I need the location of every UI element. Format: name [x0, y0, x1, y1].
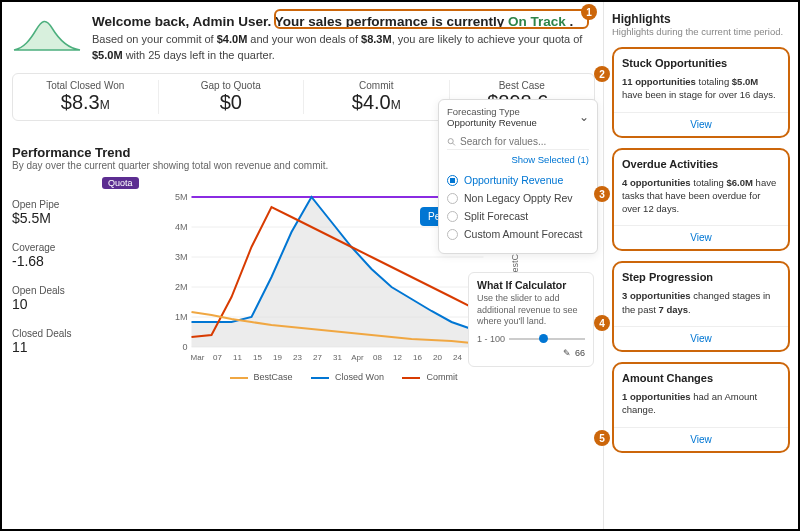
- welcome-header: Welcome back, Admin User. Your sales per…: [12, 12, 595, 63]
- sub-quota: $5.0M: [92, 49, 123, 61]
- card-title: Amount Changes: [622, 372, 780, 384]
- highlights-title: Highlights: [612, 12, 790, 26]
- legend-commit: Commit: [426, 372, 457, 382]
- xtick: 23: [293, 353, 302, 362]
- metric-label: Total Closed Won: [17, 80, 154, 91]
- welcome-sub-2: $5.0M with 25 days left in the quarter.: [92, 48, 582, 64]
- stat-coverage-label: Coverage: [12, 242, 86, 253]
- stat-closed-deals-label: Closed Deals: [12, 328, 86, 339]
- forecast-option-opportunity-revenue[interactable]: Opportunity Revenue: [447, 171, 589, 189]
- metric-label: Gap to Quota: [163, 80, 300, 91]
- card-text: totaling: [691, 177, 727, 188]
- card-step-progression: Step Progression 3 opportunities changed…: [612, 261, 790, 352]
- legend-closedwon: Closed Won: [335, 372, 384, 382]
- xtick: 24: [453, 353, 462, 362]
- sub1a: Based on your commit of: [92, 33, 217, 45]
- xtick: 20: [433, 353, 442, 362]
- card-overdue-activities: Overdue Activities 4 opportunities total…: [612, 148, 790, 252]
- stat-closed-deals-value: 11: [12, 339, 86, 355]
- show-selected-link[interactable]: Show Selected (1): [447, 154, 589, 165]
- annotation-1: 1: [581, 4, 597, 20]
- metric-unit: M: [100, 98, 110, 112]
- view-link[interactable]: View: [614, 427, 788, 451]
- metric-label: Best Case: [454, 80, 591, 91]
- ytick: 2M: [175, 282, 188, 292]
- chevron-down-icon[interactable]: ⌄: [579, 110, 589, 124]
- what-if-calculator: What If Calculator Use the slider to add…: [468, 272, 594, 367]
- sub1b: and your won deals of: [247, 33, 361, 45]
- annotation-2: 2: [594, 66, 610, 82]
- stat-open-pipe-value: $5.5M: [12, 210, 86, 226]
- ytick: 1M: [175, 312, 188, 322]
- ytick: 0: [182, 342, 187, 352]
- card-text: .: [688, 304, 691, 315]
- whatif-desc: Use the slider to add additional revenue…: [477, 293, 585, 328]
- welcome-sub-1: Based on your commit of $4.0M and your w…: [92, 32, 582, 48]
- card-text: have been in stage for over 16 days.: [622, 89, 776, 100]
- sub-commit: $4.0M: [217, 33, 248, 45]
- ytick: 5M: [175, 192, 188, 202]
- metric-unit: M: [391, 98, 401, 112]
- stat-open-deals-value: 10: [12, 296, 86, 312]
- metric-closed-won: Total Closed Won $8.3M: [13, 80, 159, 114]
- forecast-option-custom-amount[interactable]: Custom Amount Forecast: [447, 225, 589, 243]
- metric-value: $8.3: [61, 91, 100, 113]
- view-link[interactable]: View: [614, 225, 788, 249]
- xtick: 11: [233, 353, 242, 362]
- stat-coverage-value: -1.68: [12, 253, 86, 269]
- xtick: 08: [373, 353, 382, 362]
- ytick: 4M: [175, 222, 188, 232]
- card-text: totaling: [696, 76, 732, 87]
- stat-open-pipe-label: Open Pipe: [12, 199, 86, 210]
- xtick: 27: [313, 353, 322, 362]
- annotation-3: 3: [594, 186, 610, 202]
- metric-label: Commit: [308, 80, 445, 91]
- card-bold: 1 opportunities: [622, 391, 691, 402]
- metric-value: $0: [220, 91, 242, 113]
- forecast-type-label: Forecasting Type: [447, 106, 537, 117]
- annotation-5: 5: [594, 430, 610, 446]
- sub-won: $8.3M: [361, 33, 392, 45]
- forecast-option-non-legacy[interactable]: Non Legacy Oppty Rev: [447, 189, 589, 207]
- card-bold: $6.0M: [727, 177, 753, 188]
- view-link[interactable]: View: [614, 326, 788, 350]
- whatif-title: What If Calculator: [477, 279, 585, 291]
- card-title: Overdue Activities: [622, 158, 780, 170]
- card-bold: 11 opportunities: [622, 76, 696, 87]
- forecast-option-split[interactable]: Split Forecast: [447, 207, 589, 225]
- xtick: 19: [273, 353, 282, 362]
- callout-outline-1: [274, 9, 589, 29]
- svg-point-7: [448, 138, 453, 143]
- sub1c: , you are likely to achieve your quota o…: [392, 33, 583, 45]
- pencil-icon[interactable]: ✎: [563, 348, 571, 358]
- svg-line-8: [453, 143, 455, 145]
- view-link[interactable]: View: [614, 112, 788, 136]
- xtick: 07: [213, 353, 222, 362]
- forecast-type-panel[interactable]: Forecasting Type Opportunity Revenue ⌄ S…: [438, 99, 598, 254]
- sparkline-icon: [12, 12, 82, 54]
- sub2b: with 25 days left in the quarter.: [123, 49, 275, 61]
- annotation-4: 4: [594, 315, 610, 331]
- whatif-range-label: 1 - 100: [477, 334, 505, 344]
- card-title: Step Progression: [622, 271, 780, 283]
- quota-badge: Quota: [102, 177, 139, 189]
- forecast-search-input[interactable]: [460, 136, 589, 147]
- card-bold: 7 days: [658, 304, 688, 315]
- option-label: Non Legacy Oppty Rev: [464, 192, 573, 204]
- xtick: 12: [393, 353, 402, 362]
- metric-gap-quota: Gap to Quota $0: [159, 80, 305, 114]
- metric-value: $4.0: [352, 91, 391, 113]
- card-bold: 3 opportunities: [622, 290, 691, 301]
- stat-open-deals-label: Open Deals: [12, 285, 86, 296]
- option-label: Custom Amount Forecast: [464, 228, 582, 240]
- xtick: 15: [253, 353, 262, 362]
- option-label: Opportunity Revenue: [464, 174, 563, 186]
- ytick: 3M: [175, 252, 188, 262]
- xtick: Apr: [351, 353, 364, 362]
- metric-commit: Commit $4.0M: [304, 80, 450, 114]
- xtick: Mar: [191, 353, 205, 362]
- whatif-slider[interactable]: [509, 334, 585, 344]
- xtick: 31: [333, 353, 342, 362]
- option-label: Split Forecast: [464, 210, 528, 222]
- highlights-sub: Highlights during the current time perio…: [612, 26, 790, 37]
